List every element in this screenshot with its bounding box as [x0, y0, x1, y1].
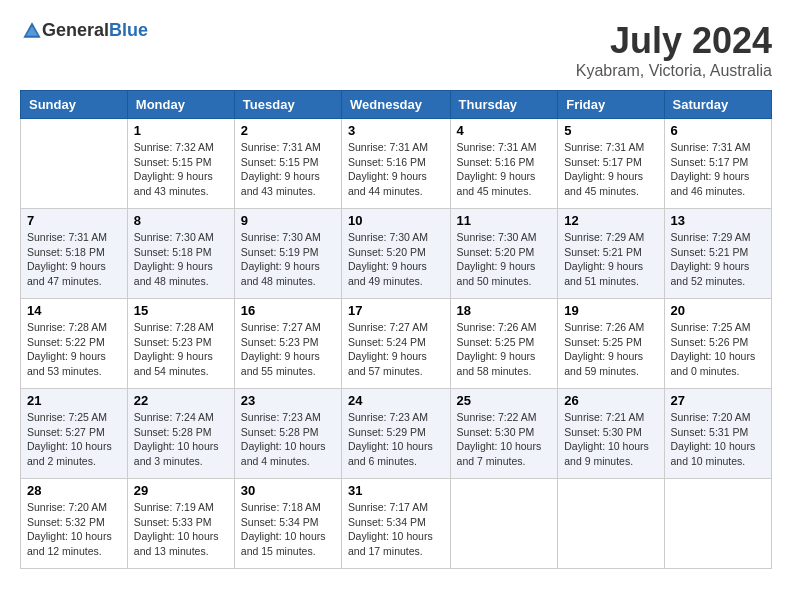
day-info: Sunrise: 7:31 AMSunset: 5:17 PMDaylight:…	[564, 140, 657, 199]
logo-general: General	[42, 20, 109, 40]
calendar-cell: 5Sunrise: 7:31 AMSunset: 5:17 PMDaylight…	[558, 119, 664, 209]
day-info: Sunrise: 7:23 AMSunset: 5:29 PMDaylight:…	[348, 410, 444, 469]
day-number: 12	[564, 213, 657, 228]
day-info: Sunrise: 7:22 AMSunset: 5:30 PMDaylight:…	[457, 410, 552, 469]
calendar-cell: 14Sunrise: 7:28 AMSunset: 5:22 PMDayligh…	[21, 299, 128, 389]
day-number: 7	[27, 213, 121, 228]
day-number: 20	[671, 303, 765, 318]
day-info: Sunrise: 7:29 AMSunset: 5:21 PMDaylight:…	[564, 230, 657, 289]
calendar-week-row: 14Sunrise: 7:28 AMSunset: 5:22 PMDayligh…	[21, 299, 772, 389]
calendar-week-row: 21Sunrise: 7:25 AMSunset: 5:27 PMDayligh…	[21, 389, 772, 479]
day-number: 24	[348, 393, 444, 408]
day-info: Sunrise: 7:26 AMSunset: 5:25 PMDaylight:…	[457, 320, 552, 379]
calendar-cell	[450, 479, 558, 569]
calendar-week-row: 7Sunrise: 7:31 AMSunset: 5:18 PMDaylight…	[21, 209, 772, 299]
day-info: Sunrise: 7:25 AMSunset: 5:27 PMDaylight:…	[27, 410, 121, 469]
day-info: Sunrise: 7:27 AMSunset: 5:23 PMDaylight:…	[241, 320, 335, 379]
calendar-cell: 22Sunrise: 7:24 AMSunset: 5:28 PMDayligh…	[127, 389, 234, 479]
day-number: 3	[348, 123, 444, 138]
day-info: Sunrise: 7:26 AMSunset: 5:25 PMDaylight:…	[564, 320, 657, 379]
calendar-cell: 26Sunrise: 7:21 AMSunset: 5:30 PMDayligh…	[558, 389, 664, 479]
logo-blue: Blue	[109, 20, 148, 40]
day-info: Sunrise: 7:25 AMSunset: 5:26 PMDaylight:…	[671, 320, 765, 379]
calendar-header-monday: Monday	[127, 91, 234, 119]
day-number: 4	[457, 123, 552, 138]
day-number: 1	[134, 123, 228, 138]
calendar-cell	[664, 479, 771, 569]
day-info: Sunrise: 7:30 AMSunset: 5:20 PMDaylight:…	[457, 230, 552, 289]
calendar-cell: 19Sunrise: 7:26 AMSunset: 5:25 PMDayligh…	[558, 299, 664, 389]
day-info: Sunrise: 7:18 AMSunset: 5:34 PMDaylight:…	[241, 500, 335, 559]
calendar-cell: 28Sunrise: 7:20 AMSunset: 5:32 PMDayligh…	[21, 479, 128, 569]
calendar-cell: 9Sunrise: 7:30 AMSunset: 5:19 PMDaylight…	[234, 209, 341, 299]
calendar-table: SundayMondayTuesdayWednesdayThursdayFrid…	[20, 90, 772, 569]
calendar-cell: 25Sunrise: 7:22 AMSunset: 5:30 PMDayligh…	[450, 389, 558, 479]
day-info: Sunrise: 7:17 AMSunset: 5:34 PMDaylight:…	[348, 500, 444, 559]
calendar-week-row: 28Sunrise: 7:20 AMSunset: 5:32 PMDayligh…	[21, 479, 772, 569]
day-info: Sunrise: 7:27 AMSunset: 5:24 PMDaylight:…	[348, 320, 444, 379]
calendar-cell: 23Sunrise: 7:23 AMSunset: 5:28 PMDayligh…	[234, 389, 341, 479]
day-number: 31	[348, 483, 444, 498]
day-info: Sunrise: 7:23 AMSunset: 5:28 PMDaylight:…	[241, 410, 335, 469]
day-number: 16	[241, 303, 335, 318]
day-number: 28	[27, 483, 121, 498]
day-number: 13	[671, 213, 765, 228]
day-info: Sunrise: 7:20 AMSunset: 5:32 PMDaylight:…	[27, 500, 121, 559]
calendar-cell: 21Sunrise: 7:25 AMSunset: 5:27 PMDayligh…	[21, 389, 128, 479]
day-number: 19	[564, 303, 657, 318]
day-number: 18	[457, 303, 552, 318]
calendar-cell	[558, 479, 664, 569]
calendar-cell: 6Sunrise: 7:31 AMSunset: 5:17 PMDaylight…	[664, 119, 771, 209]
day-info: Sunrise: 7:32 AMSunset: 5:15 PMDaylight:…	[134, 140, 228, 199]
calendar-cell: 16Sunrise: 7:27 AMSunset: 5:23 PMDayligh…	[234, 299, 341, 389]
calendar-cell: 20Sunrise: 7:25 AMSunset: 5:26 PMDayligh…	[664, 299, 771, 389]
location: Kyabram, Victoria, Australia	[576, 62, 772, 80]
day-number: 17	[348, 303, 444, 318]
day-info: Sunrise: 7:31 AMSunset: 5:15 PMDaylight:…	[241, 140, 335, 199]
calendar-week-row: 1Sunrise: 7:32 AMSunset: 5:15 PMDaylight…	[21, 119, 772, 209]
day-info: Sunrise: 7:31 AMSunset: 5:16 PMDaylight:…	[457, 140, 552, 199]
logo-icon	[22, 21, 42, 41]
calendar-header-row: SundayMondayTuesdayWednesdayThursdayFrid…	[21, 91, 772, 119]
day-number: 10	[348, 213, 444, 228]
day-info: Sunrise: 7:20 AMSunset: 5:31 PMDaylight:…	[671, 410, 765, 469]
day-number: 21	[27, 393, 121, 408]
calendar-header-tuesday: Tuesday	[234, 91, 341, 119]
logo: GeneralBlue	[20, 20, 148, 41]
day-number: 9	[241, 213, 335, 228]
day-info: Sunrise: 7:28 AMSunset: 5:22 PMDaylight:…	[27, 320, 121, 379]
logo-text: GeneralBlue	[42, 20, 148, 41]
calendar-header-saturday: Saturday	[664, 91, 771, 119]
day-number: 22	[134, 393, 228, 408]
day-info: Sunrise: 7:30 AMSunset: 5:19 PMDaylight:…	[241, 230, 335, 289]
calendar-cell: 1Sunrise: 7:32 AMSunset: 5:15 PMDaylight…	[127, 119, 234, 209]
calendar-cell: 15Sunrise: 7:28 AMSunset: 5:23 PMDayligh…	[127, 299, 234, 389]
calendar-cell: 11Sunrise: 7:30 AMSunset: 5:20 PMDayligh…	[450, 209, 558, 299]
day-number: 15	[134, 303, 228, 318]
day-number: 26	[564, 393, 657, 408]
calendar-cell: 4Sunrise: 7:31 AMSunset: 5:16 PMDaylight…	[450, 119, 558, 209]
page-header: GeneralBlue July 2024 Kyabram, Victoria,…	[20, 20, 772, 80]
day-info: Sunrise: 7:21 AMSunset: 5:30 PMDaylight:…	[564, 410, 657, 469]
calendar-cell: 13Sunrise: 7:29 AMSunset: 5:21 PMDayligh…	[664, 209, 771, 299]
day-info: Sunrise: 7:24 AMSunset: 5:28 PMDaylight:…	[134, 410, 228, 469]
day-info: Sunrise: 7:28 AMSunset: 5:23 PMDaylight:…	[134, 320, 228, 379]
day-info: Sunrise: 7:30 AMSunset: 5:18 PMDaylight:…	[134, 230, 228, 289]
day-number: 25	[457, 393, 552, 408]
calendar-cell: 31Sunrise: 7:17 AMSunset: 5:34 PMDayligh…	[342, 479, 451, 569]
calendar-cell: 17Sunrise: 7:27 AMSunset: 5:24 PMDayligh…	[342, 299, 451, 389]
day-number: 6	[671, 123, 765, 138]
calendar-cell: 8Sunrise: 7:30 AMSunset: 5:18 PMDaylight…	[127, 209, 234, 299]
day-number: 23	[241, 393, 335, 408]
calendar-cell: 7Sunrise: 7:31 AMSunset: 5:18 PMDaylight…	[21, 209, 128, 299]
calendar-cell: 27Sunrise: 7:20 AMSunset: 5:31 PMDayligh…	[664, 389, 771, 479]
day-info: Sunrise: 7:31 AMSunset: 5:17 PMDaylight:…	[671, 140, 765, 199]
title-block: July 2024 Kyabram, Victoria, Australia	[576, 20, 772, 80]
day-number: 8	[134, 213, 228, 228]
day-number: 11	[457, 213, 552, 228]
day-number: 5	[564, 123, 657, 138]
calendar-cell: 2Sunrise: 7:31 AMSunset: 5:15 PMDaylight…	[234, 119, 341, 209]
calendar-cell: 30Sunrise: 7:18 AMSunset: 5:34 PMDayligh…	[234, 479, 341, 569]
day-number: 14	[27, 303, 121, 318]
calendar-cell: 12Sunrise: 7:29 AMSunset: 5:21 PMDayligh…	[558, 209, 664, 299]
